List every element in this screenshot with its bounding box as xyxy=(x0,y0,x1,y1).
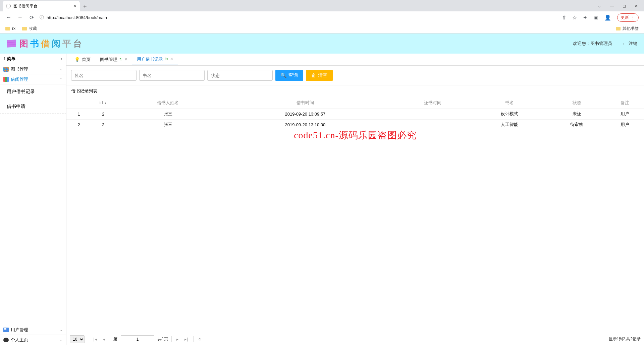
sidebar-item-books[interactable]: 图书管理 ⌄ xyxy=(0,64,66,74)
pager-refresh-icon[interactable]: ↻ xyxy=(197,337,203,342)
cell-book: 人工智能 xyxy=(471,119,548,130)
prev-page-icon[interactable]: ◂ xyxy=(102,337,106,342)
window-controls: ⌄ ― ◻ ✕ xyxy=(598,1,644,11)
state-input[interactable] xyxy=(207,70,273,81)
panel-title: 借书记录列表 xyxy=(66,85,644,97)
pager-summary: 显示1到2,共2记录 xyxy=(609,336,641,342)
browser-tab-bar: 图书借阅平台 ✕ + ⌄ ― ◻ ✕ xyxy=(0,0,644,11)
close-window-icon[interactable]: ✕ xyxy=(635,4,638,8)
cell-borrower: 张三 xyxy=(120,109,216,119)
name-input[interactable] xyxy=(71,70,137,81)
cell-borrower: 张三 xyxy=(120,119,216,130)
table-row[interactable]: 1 2 张三 2019-09-20 13:09:57 设计模式 未还 用户 xyxy=(66,109,644,119)
col-remark[interactable]: 备注 xyxy=(605,97,644,109)
chevron-down-icon: ⌄ xyxy=(60,338,63,342)
col-borrow-time[interactable]: 借书时间 xyxy=(216,97,394,109)
tabs-icon[interactable]: ▣ xyxy=(593,14,598,21)
cell-book: 设计模式 xyxy=(471,109,548,119)
records-table: id ▲ 借书人姓名 借书时间 还书时间 书名 状态 备注 1 2 张三 201… xyxy=(66,97,644,130)
address-bar: ← → ⟳ ⓘ http://localhost:8084/book/main … xyxy=(0,11,644,23)
minimize-icon[interactable]: ― xyxy=(610,4,614,8)
table-row[interactable]: 2 3 张三 2019-09-20 13:10:00 人工智能 待审核 用户 xyxy=(66,119,644,130)
cell-id: 2 xyxy=(87,109,120,119)
profile-icon[interactable]: 👤 xyxy=(604,14,611,21)
sidebar-item-users[interactable]: 用户管理 ⌄ xyxy=(0,325,66,335)
collapse-icon[interactable]: ‹ xyxy=(61,56,62,61)
cell-remark: 用户 xyxy=(605,109,644,119)
close-icon[interactable]: ✕ xyxy=(124,57,127,62)
logout-button[interactable]: ← 注销 xyxy=(622,41,637,47)
col-state[interactable]: 状态 xyxy=(548,97,606,109)
share-icon[interactable]: ⇪ xyxy=(562,14,566,21)
browser-chrome: 图书借阅平台 ✕ + ⌄ ― ◻ ✕ ← → ⟳ ⓘ http://localh… xyxy=(0,0,644,33)
page-size-select[interactable]: 10 xyxy=(70,335,85,343)
star-icon[interactable]: ☆ xyxy=(572,14,577,21)
main-content: 💡 首页 图书管理 ↻ ✕ 用户借书记录 ↻ ✕ 🔍 查询 xyxy=(66,54,644,345)
bookmark-folder-fav[interactable]: 收藏 xyxy=(22,26,37,31)
reload-icon[interactable]: ⟳ xyxy=(28,14,35,21)
sidebar-sub-records[interactable]: 用户借书记录 xyxy=(0,84,66,99)
close-icon[interactable]: ✕ xyxy=(73,4,76,8)
extensions-icon[interactable]: ✦ xyxy=(583,14,587,21)
first-page-icon[interactable]: ∣◂ xyxy=(92,337,98,342)
refresh-icon[interactable]: ↻ xyxy=(165,57,168,61)
chevron-up-icon: ⌃ xyxy=(60,77,63,81)
filter-bar: 🔍 查询 🗑 清空 xyxy=(66,66,644,85)
last-page-icon[interactable]: ▸∣ xyxy=(183,337,190,342)
update-button[interactable]: 更新⋮ xyxy=(617,13,639,22)
sidebar-sub-apply[interactable]: 借书申请 xyxy=(0,99,66,114)
book-input[interactable] xyxy=(139,70,205,81)
app-title: 图书借阅平台 xyxy=(19,38,84,50)
tab-book-mgmt[interactable]: 图书管理 ↻ ✕ xyxy=(95,54,132,65)
url-text: http://localhost:8084/book/main xyxy=(47,15,107,20)
cell-state: 未还 xyxy=(548,109,606,119)
disk-icon xyxy=(3,328,9,332)
sort-asc-icon: ▲ xyxy=(104,101,107,105)
content-tabs: 💡 首页 图书管理 ↻ ✕ 用户借书记录 ↻ ✕ xyxy=(66,54,644,66)
col-book[interactable]: 书名 xyxy=(471,97,548,109)
folder-icon xyxy=(22,27,27,30)
books-icon xyxy=(3,77,9,82)
bulb-icon: 💡 xyxy=(74,57,80,62)
new-tab-button[interactable]: + xyxy=(80,2,90,11)
chevron-down-icon: ⌄ xyxy=(60,328,63,332)
page-number-input[interactable] xyxy=(121,335,154,343)
sidebar-item-borrow[interactable]: 借阅管理 ⌃ xyxy=(0,74,66,84)
back-icon[interactable]: ← xyxy=(5,14,12,20)
sidebar-item-personal[interactable]: 个人主页 ⌄ xyxy=(0,335,66,345)
close-icon[interactable]: ✕ xyxy=(170,57,173,61)
cell-state: 待审核 xyxy=(548,119,606,130)
info-icon: ⓘ xyxy=(40,14,44,20)
cell-borrow-time: 2019-09-20 13:10:00 xyxy=(216,119,394,130)
globe-icon xyxy=(6,4,11,8)
col-id[interactable]: id ▲ xyxy=(87,97,120,109)
cell-borrow-time: 2019-09-20 13:09:57 xyxy=(216,109,394,119)
forward-icon[interactable]: → xyxy=(17,14,23,20)
browser-tab[interactable]: 图书借阅平台 ✕ xyxy=(3,1,80,11)
url-field[interactable]: ⓘ http://localhost:8084/book/main xyxy=(40,14,557,20)
tiles-icon xyxy=(3,67,9,72)
clear-button[interactable]: 🗑 清空 xyxy=(306,70,333,81)
col-return-time[interactable]: 还书时间 xyxy=(394,97,471,109)
chevron-down-icon: ⌄ xyxy=(60,67,63,71)
app-logo: 图书借阅平台 xyxy=(7,38,84,50)
refresh-icon[interactable]: ↻ xyxy=(119,57,122,62)
user-icon xyxy=(3,338,9,342)
folder-icon xyxy=(5,27,10,30)
trash-icon: 🗑 xyxy=(311,73,316,78)
back-arrow-icon: ← xyxy=(622,41,627,46)
col-index xyxy=(66,97,87,109)
other-bookmarks[interactable]: 其他书签 xyxy=(611,26,639,31)
tab-home[interactable]: 💡 首页 xyxy=(70,54,95,65)
cell-remark: 用户 xyxy=(605,119,644,130)
chevron-down-icon[interactable]: ⌄ xyxy=(598,4,601,8)
col-borrower[interactable]: 借书人姓名 xyxy=(120,97,216,109)
next-page-icon[interactable]: ▸ xyxy=(175,337,180,342)
tab-records[interactable]: 用户借书记录 ↻ ✕ xyxy=(132,54,178,65)
bookmark-folder-rx[interactable]: rx xyxy=(5,26,15,31)
maximize-icon[interactable]: ◻ xyxy=(623,4,626,8)
search-button[interactable]: 🔍 查询 xyxy=(275,70,303,81)
cell-id: 3 xyxy=(87,119,120,130)
pagination: 10 ∣◂ ◂ 第 共1页 ▸ ▸∣ ↻ 显示1到2,共2记录 xyxy=(66,333,644,345)
app-header: 图书借阅平台 欢迎您：图书管理员 ← 注销 xyxy=(0,33,644,54)
